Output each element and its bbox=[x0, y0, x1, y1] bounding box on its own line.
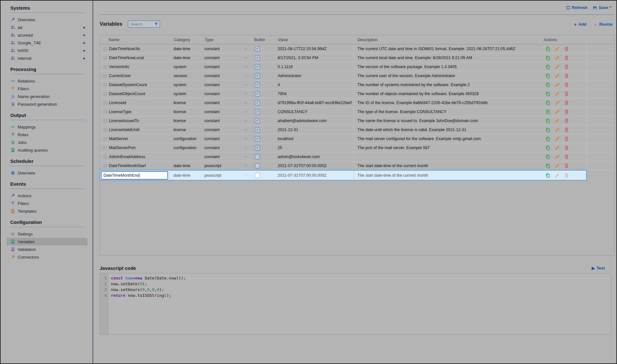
chevron-down-icon[interactable] bbox=[244, 164, 247, 167]
copy-icon[interactable] bbox=[545, 163, 550, 168]
sidebar-item-templates[interactable]: Templates bbox=[10, 207, 87, 215]
edit-icon[interactable] bbox=[555, 73, 560, 78]
code-editor[interactable]: 1234 const now=new Date(Date.now());now.… bbox=[100, 273, 611, 335]
delete-icon[interactable] bbox=[564, 109, 569, 114]
sidebar-item-internal[interactable]: internal▶ bbox=[10, 54, 87, 62]
column-header-description[interactable]: Description bbox=[354, 35, 539, 44]
type-cell[interactable]: constant bbox=[200, 98, 250, 107]
builtin-checkbox[interactable]: ✓ bbox=[255, 82, 260, 87]
edit-icon[interactable] bbox=[555, 118, 560, 123]
builtin-checkbox[interactable] bbox=[255, 173, 260, 178]
delete-icon[interactable] bbox=[564, 118, 569, 123]
sidebar-item-roles[interactable]: Roles bbox=[10, 131, 87, 138]
drag-handle-icon[interactable] bbox=[103, 146, 107, 150]
sidebar-item-settings[interactable]: ⚙Settings bbox=[10, 230, 87, 238]
chevron-down-icon[interactable] bbox=[244, 74, 247, 77]
sidebar-item-jobs[interactable]: Jobs bbox=[10, 138, 87, 146]
builtin-checkbox[interactable]: ✓ bbox=[255, 100, 260, 105]
chevron-down-icon[interactable] bbox=[244, 137, 247, 140]
add-button[interactable]: +Add bbox=[574, 22, 586, 27]
sidebar-item-password-generation[interactable]: Password generation bbox=[10, 100, 87, 108]
delete-icon[interactable] bbox=[564, 82, 569, 87]
edit-icon[interactable] bbox=[555, 91, 560, 96]
delete-icon[interactable] bbox=[564, 136, 569, 141]
column-header-name[interactable]: Name bbox=[100, 35, 169, 44]
search-input[interactable]: Search... bbox=[128, 21, 160, 28]
copy-icon[interactable] bbox=[545, 173, 550, 178]
chevron-down-icon[interactable] bbox=[244, 47, 247, 50]
delete-icon[interactable] bbox=[564, 100, 569, 105]
sidebar-item-validation[interactable]: Validation bbox=[10, 245, 87, 253]
copy-icon[interactable] bbox=[545, 109, 550, 114]
copy-icon[interactable] bbox=[545, 145, 550, 150]
column-header-builtin[interactable]: Builtin bbox=[250, 35, 273, 44]
column-header-type[interactable]: Type bbox=[200, 35, 250, 44]
copy-icon[interactable] bbox=[545, 55, 550, 60]
chevron-down-icon[interactable] bbox=[244, 56, 247, 59]
edit-icon[interactable] bbox=[555, 109, 560, 114]
type-cell[interactable]: constant bbox=[200, 71, 250, 80]
code-content[interactable]: const now=new Date(Date.now());now.setDa… bbox=[108, 273, 186, 334]
chevron-down-icon[interactable] bbox=[244, 83, 247, 86]
edit-icon[interactable] bbox=[555, 100, 560, 105]
type-cell[interactable]: constant bbox=[200, 125, 250, 134]
edit-icon[interactable] bbox=[555, 64, 560, 69]
builtin-checkbox[interactable]: ✓ bbox=[255, 136, 260, 141]
builtin-checkbox[interactable]: ✓ bbox=[255, 109, 260, 114]
delete-icon[interactable] bbox=[564, 55, 569, 60]
copy-icon[interactable] bbox=[545, 91, 550, 96]
refresh-button[interactable]: Refresh bbox=[566, 5, 587, 10]
type-cell[interactable]: constant bbox=[200, 152, 250, 161]
chevron-down-icon[interactable] bbox=[244, 146, 247, 149]
sidebar-item-actions[interactable]: Actions bbox=[10, 192, 87, 200]
sidebar-item-connectors[interactable]: Connectors bbox=[10, 253, 87, 261]
builtin-checkbox[interactable] bbox=[255, 154, 260, 159]
edit-icon[interactable] bbox=[555, 55, 560, 60]
chevron-down-icon[interactable] bbox=[244, 173, 247, 176]
copy-icon[interactable] bbox=[545, 73, 550, 78]
drag-handle-icon[interactable] bbox=[103, 47, 107, 51]
drag-handle-icon[interactable] bbox=[103, 110, 107, 114]
sidebar-item-filters[interactable]: Filters bbox=[10, 85, 87, 93]
delete-icon[interactable] bbox=[564, 173, 569, 178]
copy-icon[interactable] bbox=[545, 127, 550, 132]
sidebar-item-auditing-queries[interactable]: Auditing queries bbox=[10, 146, 87, 154]
sidebar-item-filters[interactable]: Filters bbox=[10, 200, 87, 207]
builtin-checkbox[interactable]: ✓ bbox=[255, 91, 260, 96]
type-cell[interactable]: constant bbox=[200, 53, 250, 62]
type-cell[interactable]: constant bbox=[200, 62, 250, 71]
delete-icon[interactable] bbox=[564, 154, 569, 159]
delete-icon[interactable] bbox=[564, 91, 569, 96]
edit-icon[interactable] bbox=[555, 82, 560, 87]
delete-icon[interactable] bbox=[564, 64, 569, 69]
chevron-down-icon[interactable] bbox=[244, 101, 247, 104]
copy-icon[interactable] bbox=[545, 118, 550, 123]
copy-icon[interactable] bbox=[545, 154, 550, 159]
type-cell[interactable]: constant bbox=[200, 44, 250, 53]
type-cell[interactable]: constant bbox=[200, 116, 250, 125]
chevron-down-icon[interactable] bbox=[244, 119, 247, 122]
delete-icon[interactable] bbox=[564, 46, 569, 51]
chevron-down-icon[interactable] bbox=[244, 155, 247, 158]
builtin-checkbox[interactable]: ✓ bbox=[255, 73, 260, 78]
column-header-category[interactable]: Category bbox=[169, 35, 200, 44]
drag-handle-icon[interactable] bbox=[103, 65, 107, 69]
drag-handle-icon[interactable] bbox=[103, 119, 107, 123]
copy-icon[interactable] bbox=[545, 136, 550, 141]
edit-icon[interactable] bbox=[555, 173, 560, 178]
resize-button[interactable]: ↔Resize bbox=[594, 22, 613, 27]
chevron-down-icon[interactable] bbox=[244, 128, 247, 131]
copy-icon[interactable] bbox=[545, 46, 550, 51]
chevron-down-icon[interactable] bbox=[244, 92, 247, 95]
sidebar-item-hr500[interactable]: hr500▶ bbox=[10, 47, 87, 54]
sidebar-item-relations[interactable]: Relations bbox=[10, 77, 87, 85]
drag-handle-icon[interactable] bbox=[103, 137, 107, 141]
builtin-checkbox[interactable]: ✓ bbox=[255, 55, 260, 60]
type-cell[interactable]: constant bbox=[200, 134, 250, 143]
sidebar-item-ad[interactable]: ad▶ bbox=[10, 23, 87, 31]
sidebar-item-name-generation[interactable]: Name generation bbox=[10, 93, 87, 100]
edit-icon[interactable] bbox=[555, 145, 560, 150]
type-cell[interactable]: constant bbox=[200, 80, 250, 89]
chevron-down-icon[interactable] bbox=[244, 65, 247, 68]
type-cell[interactable]: constant bbox=[200, 107, 250, 116]
